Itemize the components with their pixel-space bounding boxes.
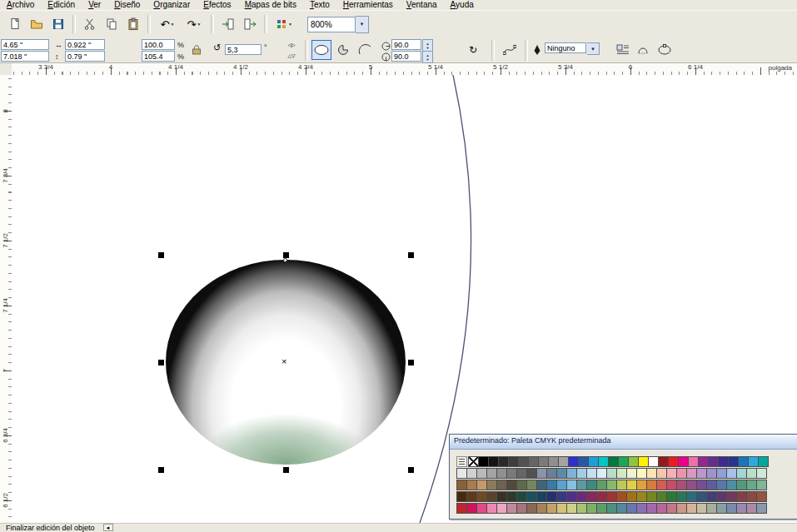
end-angle-spinner[interactable]: ▲▼ — [422, 51, 433, 63]
object-center-marker[interactable]: × — [281, 357, 286, 366]
zoom-input[interactable] — [307, 17, 356, 32]
pie-icon — [335, 43, 351, 57]
scale-y-field[interactable] — [142, 51, 175, 62]
menu-item-efectos[interactable]: Efectos — [197, 0, 237, 9]
rotation-icon: ↺ — [213, 43, 221, 52]
convert-to-curve-button[interactable] — [500, 40, 520, 60]
start-angle-field[interactable] — [391, 39, 421, 50]
start-angle-spinner[interactable]: ▲▼ — [422, 39, 433, 52]
color-swatch[interactable] — [756, 503, 767, 514]
selection-handle-top-left[interactable] — [158, 252, 164, 258]
object-position-y-field[interactable] — [1, 51, 49, 62]
selection-handle-bottom-center[interactable] — [283, 467, 289, 473]
vruler-label: 8 — [0, 99, 10, 122]
arc-mode-button[interactable] — [355, 40, 375, 60]
menu-item-archivo[interactable]: Archivo — [0, 0, 41, 9]
menu-item-diseño[interactable]: Diseño — [107, 0, 147, 9]
wireframe-ellipse-icon — [657, 44, 672, 56]
cut-button[interactable] — [80, 14, 100, 34]
palette-body — [450, 450, 797, 514]
object-position-x-field[interactable] — [1, 39, 49, 50]
application-launcher-button[interactable]: ▼ — [271, 14, 296, 34]
selection-handle-middle-right[interactable] — [408, 360, 414, 365]
ruler-origin-button[interactable] — [0, 63, 12, 76]
wrap-text-icon — [616, 44, 630, 56]
outline-width-field[interactable] — [545, 42, 586, 53]
curve-icon — [503, 44, 516, 56]
vruler-label: 6 3/4 — [0, 424, 10, 447]
rotation-angle-field[interactable] — [225, 44, 262, 55]
lock-icon — [192, 45, 201, 55]
outline-pen-icon — [533, 44, 541, 56]
redo-button[interactable]: ↷ ▼ — [182, 14, 207, 34]
close-curve-button[interactable] — [633, 40, 653, 60]
change-arc-direction-button[interactable]: ↻ — [463, 40, 483, 60]
undo-button[interactable]: ↶ ▼ — [155, 14, 180, 34]
arc-icon — [356, 43, 373, 57]
vruler-label: 7 — [0, 359, 10, 382]
hruler-label: 4 1/2 — [233, 63, 248, 71]
object-width-field[interactable] — [65, 39, 105, 50]
vruler-label: 6 1/2 — [0, 489, 10, 512]
hruler-label: 3 3/4 — [38, 63, 53, 71]
menu-item-texto[interactable]: Texto — [303, 0, 336, 9]
horizontal-ruler[interactable]: 3 3/444 1/44 1/24 3/455 1/45 1/25 3/466 … — [12, 63, 797, 76]
menu-item-ver[interactable]: Ver — [82, 0, 107, 9]
menu-item-edición[interactable]: Edición — [41, 0, 82, 9]
propbar-separator — [491, 40, 495, 61]
curve-node-marker[interactable] — [283, 258, 287, 262]
open-folder-icon — [30, 17, 43, 31]
ellipse-mode-button[interactable] — [311, 40, 331, 60]
toolbar-separator — [264, 15, 267, 33]
save-button[interactable] — [48, 14, 68, 34]
palette-flyout-button[interactable] — [456, 456, 467, 467]
export-button[interactable] — [240, 14, 260, 34]
color-swatch[interactable] — [758, 456, 769, 467]
wireframe-ellipse-button[interactable] — [655, 40, 675, 60]
end-angle-field[interactable] — [391, 51, 421, 62]
zoom-dropdown-button[interactable]: ▼ — [356, 16, 369, 33]
menu-item-mapas-de-bits[interactable]: Mapas de bits — [238, 0, 303, 9]
palette-title-bar[interactable]: Predeterminado: Paleta CMYK predetermina… — [450, 435, 797, 450]
arc-direction-icon: ↻ — [469, 44, 477, 56]
scale-x-field[interactable] — [142, 39, 175, 50]
hruler-label: 5 3/4 — [558, 63, 573, 71]
color-palette-window: Predeterminado: Paleta CMYK predetermina… — [449, 434, 797, 520]
status-flyout-button[interactable]: ◄ — [103, 524, 113, 531]
new-document-button[interactable] — [5, 14, 25, 34]
degree-label: ° — [264, 43, 267, 52]
color-swatch[interactable] — [756, 491, 767, 502]
scissors-icon — [83, 17, 97, 31]
color-swatch[interactable] — [756, 468, 767, 479]
mirror-horizontal-button[interactable]: ◁▷ — [283, 40, 300, 50]
menu-item-ayuda[interactable]: Ayuda — [444, 0, 481, 9]
vruler-label: 7 1/4 — [0, 294, 10, 317]
copy-button[interactable] — [102, 14, 122, 34]
open-button[interactable] — [27, 14, 47, 34]
mirror-vertical-button[interactable]: △▽ — [283, 51, 300, 61]
menu-item-organizar[interactable]: Organizar — [147, 0, 197, 9]
lock-ratio-button[interactable] — [190, 42, 203, 58]
hruler-label: 4 3/4 — [298, 63, 313, 71]
palette-grid — [456, 456, 797, 514]
paste-button[interactable] — [123, 14, 143, 34]
menu-item-ventana[interactable]: Ventana — [400, 0, 444, 9]
close-curve-icon — [636, 44, 650, 56]
wrap-paragraph-text-button[interactable] — [613, 40, 633, 60]
selection-handle-top-right[interactable] — [408, 252, 414, 258]
hruler-label: 5 1/2 — [493, 63, 508, 71]
object-height-field[interactable] — [65, 51, 105, 62]
selection-handle-middle-left[interactable] — [158, 360, 164, 365]
mirror-vertical-icon: △▽ — [287, 53, 295, 58]
selection-handle-top-center[interactable] — [283, 252, 289, 258]
vertical-ruler[interactable]: 87 3/47 1/27 1/476 3/46 1/26 1/4 — [0, 75, 12, 523]
import-button[interactable] — [218, 14, 238, 34]
selection-handle-bottom-right[interactable] — [408, 467, 414, 473]
ellipse-icon — [313, 43, 330, 57]
menu-item-herramientas[interactable]: Herramientas — [336, 0, 400, 9]
outline-width-dropdown-button[interactable]: ▼ — [587, 42, 600, 55]
selection-handle-bottom-left[interactable] — [158, 467, 164, 473]
pie-mode-button[interactable] — [333, 40, 353, 60]
ruler-unit-label: pulgada — [769, 64, 792, 72]
color-swatch[interactable] — [756, 480, 767, 490]
